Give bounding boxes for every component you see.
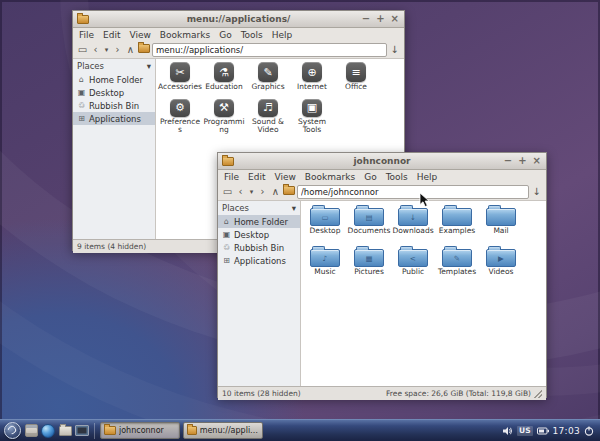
clock[interactable]: 17:03 xyxy=(553,426,580,436)
power-icon[interactable] xyxy=(584,426,594,436)
folder-pictures[interactable]: ▦Pictures xyxy=(347,244,391,285)
rubbish-bin-icon: ♲ xyxy=(77,101,86,110)
sidebar-item-rubbish-bin[interactable]: ♲Rubbish Bin xyxy=(218,241,300,254)
app-category-graphics[interactable]: ✎Graphics xyxy=(246,61,290,98)
jump-to-button[interactable]: ↓ xyxy=(531,185,542,199)
taskbar-window-button[interactable]: johnconnor xyxy=(100,422,180,439)
places-dropdown-icon[interactable]: ▾ xyxy=(292,203,296,213)
maximize-button[interactable]: + xyxy=(376,12,384,26)
minimize-button[interactable]: − xyxy=(362,12,370,26)
app-category-accessories[interactable]: ✂Accessories xyxy=(158,61,202,98)
close-button[interactable]: × xyxy=(533,154,541,168)
folder-public[interactable]: <Public xyxy=(391,244,435,285)
minimize-button[interactable]: − xyxy=(504,154,512,168)
resize-grip[interactable] xyxy=(534,390,542,398)
up-button[interactable]: ∧ xyxy=(270,185,281,199)
battery-icon[interactable] xyxy=(537,427,549,435)
app-category-preferences[interactable]: ⚙Preferences xyxy=(158,98,202,135)
app-category-education[interactable]: ⚗Education xyxy=(202,61,246,98)
forward-button[interactable]: › xyxy=(112,43,123,57)
home-button[interactable] xyxy=(138,43,150,57)
app-category-office[interactable]: ≡Office xyxy=(334,61,378,98)
address-bar[interactable] xyxy=(152,43,387,57)
places-dropdown-icon[interactable]: ▾ xyxy=(147,61,151,71)
back-button[interactable]: ‹ xyxy=(90,43,101,57)
folder-videos[interactable]: ▶Videos xyxy=(479,244,523,285)
menu-bookmarks[interactable]: Bookmarks xyxy=(160,30,210,40)
folder-emblem: < xyxy=(399,250,427,266)
back-button[interactable]: ‹ xyxy=(235,185,246,199)
new-tab-button[interactable]: ▭ xyxy=(222,185,233,199)
sidebar-item-home-folder[interactable]: ⌂Home Folder xyxy=(218,215,300,228)
app-category-internet[interactable]: ⊕Internet xyxy=(290,61,334,98)
menu-view[interactable]: View xyxy=(130,30,151,40)
sidebar-item-desktop[interactable]: ▣Desktop xyxy=(218,228,300,241)
status-free-space: Free space: 26,6 GiB (Total: 119,8 GiB) xyxy=(386,389,531,398)
sidebar-item-desktop[interactable]: ▣Desktop xyxy=(73,86,155,99)
sidebar-item-home-folder[interactable]: ⌂Home Folder xyxy=(73,73,155,86)
sidebar-item-label: Home Folder xyxy=(234,217,288,227)
menu-help[interactable]: Help xyxy=(272,30,293,40)
taskbar-window-button[interactable]: menu://applicatio... xyxy=(183,422,263,439)
back-history-dropdown[interactable]: ▾ xyxy=(103,43,110,57)
icon-label: Music xyxy=(314,268,335,277)
titlebar[interactable]: johnconnor − + × xyxy=(218,153,546,170)
start-menu-button[interactable] xyxy=(4,422,21,439)
app-category-programming[interactable]: ⚒Programming xyxy=(202,98,246,135)
folder-music[interactable]: ♪Music xyxy=(303,244,347,285)
menu-go[interactable]: Go xyxy=(219,30,231,40)
keyboard-layout-indicator[interactable]: US xyxy=(517,426,533,436)
menu-tools[interactable]: Tools xyxy=(386,172,408,182)
icon-label: Accessories xyxy=(158,83,202,92)
folder-emblem: ↓ xyxy=(399,209,427,225)
menu-bookmarks[interactable]: Bookmarks xyxy=(305,172,355,182)
app-category-system-tools[interactable]: ▣System Tools xyxy=(290,98,334,135)
sidebar-item-applications[interactable]: ⊞Applications xyxy=(73,112,155,125)
folder-mail[interactable]: Mail xyxy=(479,203,523,244)
icon-label: Graphics xyxy=(251,83,284,92)
menu-file[interactable]: File xyxy=(224,172,239,182)
menu-go[interactable]: Go xyxy=(364,172,376,182)
menu-edit[interactable]: Edit xyxy=(103,30,120,40)
desktop-pager[interactable] xyxy=(75,424,89,438)
sidebar-item-rubbish-bin[interactable]: ♲Rubbish Bin xyxy=(73,99,155,112)
folder-desktop[interactable]: ▭Desktop xyxy=(303,203,347,244)
menu-tools[interactable]: Tools xyxy=(241,30,263,40)
folder-emblem xyxy=(487,209,515,225)
menu-view[interactable]: View xyxy=(275,172,296,182)
folder-documents[interactable]: ▤Documents xyxy=(347,203,391,244)
folder-examples[interactable]: Examples xyxy=(435,203,479,244)
status-items: 9 items (4 hidden) xyxy=(77,242,146,251)
desktop-icon: ▣ xyxy=(77,88,86,97)
applications-icon: ⊞ xyxy=(222,256,231,265)
launcher-file-manager[interactable] xyxy=(24,424,38,438)
maximize-button[interactable]: + xyxy=(518,154,526,168)
folder-emblem: ✎ xyxy=(443,250,471,266)
sidebar-item-label: Rubbish Bin xyxy=(234,243,284,253)
menu-file[interactable]: File xyxy=(79,30,94,40)
menu-edit[interactable]: Edit xyxy=(248,172,265,182)
folder-templates[interactable]: ✎Templates xyxy=(435,244,479,285)
launcher-web-browser[interactable] xyxy=(41,424,55,438)
menu-help[interactable]: Help xyxy=(417,172,438,182)
folder-downloads[interactable]: ↓Downloads xyxy=(391,203,435,244)
taskbar: johnconnormenu://applicatio... US 17:03 xyxy=(0,419,600,441)
titlebar[interactable]: menu://applications/ − + × xyxy=(73,11,404,28)
folder-emblem: ▤ xyxy=(355,209,383,225)
videos-folder-icon: ▶ xyxy=(486,249,516,267)
new-tab-button[interactable]: ▭ xyxy=(77,43,88,57)
sidebar-item-applications[interactable]: ⊞Applications xyxy=(218,254,300,267)
launcher-folder[interactable] xyxy=(58,424,72,438)
address-bar[interactable] xyxy=(297,185,529,199)
up-button[interactable]: ∧ xyxy=(125,43,136,57)
close-button[interactable]: × xyxy=(391,12,399,26)
forward-button[interactable]: › xyxy=(257,185,268,199)
back-history-dropdown[interactable]: ▾ xyxy=(248,185,255,199)
home-button[interactable] xyxy=(283,185,295,199)
jump-to-button[interactable]: ↓ xyxy=(389,43,400,57)
mail-folder-icon xyxy=(486,208,516,226)
accessories-icon: ✂ xyxy=(170,62,190,82)
volume-icon[interactable] xyxy=(503,426,513,436)
monitor-icon xyxy=(75,425,89,436)
app-category-sound-video[interactable]: ♬Sound & Video xyxy=(246,98,290,135)
